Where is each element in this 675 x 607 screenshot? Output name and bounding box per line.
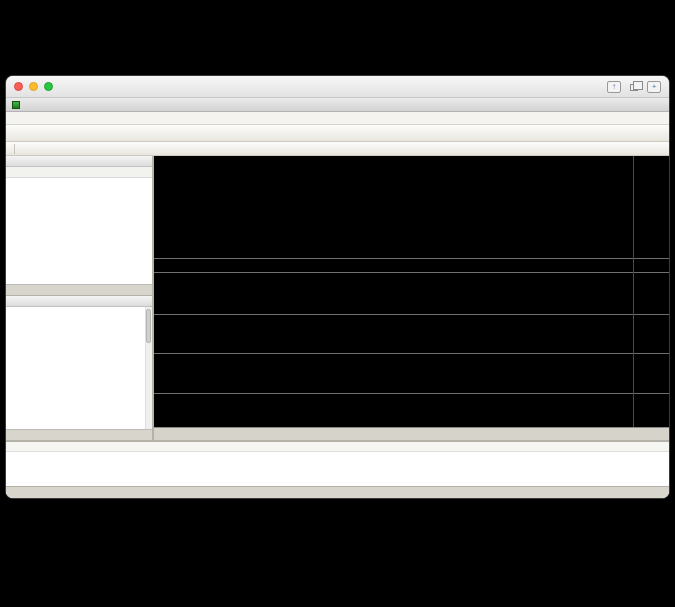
bulls-chart[interactable] (154, 394, 454, 427)
navigator-tabs (6, 429, 152, 440)
macd-chart[interactable] (154, 273, 454, 314)
toolbar-separator (14, 144, 15, 154)
menu-bar (6, 112, 669, 125)
market-watch-panel (6, 156, 152, 295)
navigator-header (6, 296, 152, 307)
new-tab-icon[interactable]: + (647, 81, 661, 93)
close-button[interactable] (14, 82, 23, 91)
osma-window[interactable] (154, 314, 669, 353)
left-panel-column (6, 156, 154, 440)
terminal-panel (6, 440, 669, 498)
drawing-toolbar (6, 142, 669, 156)
app-window: ↑ + (6, 76, 669, 498)
price-chart[interactable] (154, 156, 454, 258)
macd-window[interactable] (154, 272, 669, 314)
maximize-button[interactable] (44, 82, 53, 91)
terminal-tabs (6, 486, 669, 498)
chrome-actions: ↑ + (607, 81, 661, 93)
mac-titlebar: ↑ + (6, 76, 669, 98)
codebase-rows (6, 452, 669, 486)
cci-chart[interactable] (154, 354, 454, 393)
time-scale[interactable] (154, 427, 669, 440)
chart-area (154, 156, 669, 440)
bulls-window[interactable] (154, 393, 669, 427)
osma-chart[interactable] (154, 315, 454, 353)
main-chart-window[interactable] (154, 156, 669, 258)
navigator-tree (6, 307, 152, 429)
market-watch-tabs (6, 284, 152, 295)
share-icon[interactable]: ↑ (607, 81, 621, 93)
main-toolbar (6, 125, 669, 142)
mt4-app-icon (12, 101, 20, 109)
workspace (6, 156, 669, 440)
tab-overview-icon[interactable] (630, 84, 638, 91)
codebase-column-headers (6, 442, 669, 452)
market-watch-rows (6, 178, 152, 284)
scrollbar-thumb[interactable] (146, 309, 151, 343)
analyst-views-window[interactable] (154, 258, 669, 272)
app-titlebar (6, 98, 669, 112)
navigator-scrollbar[interactable] (145, 307, 152, 429)
minimize-button[interactable] (29, 82, 38, 91)
price-scale-column[interactable] (633, 156, 669, 427)
cci-window[interactable] (154, 353, 669, 393)
navigator-panel (6, 295, 152, 440)
market-watch-header (6, 156, 152, 167)
market-watch-column-headers (6, 167, 152, 178)
